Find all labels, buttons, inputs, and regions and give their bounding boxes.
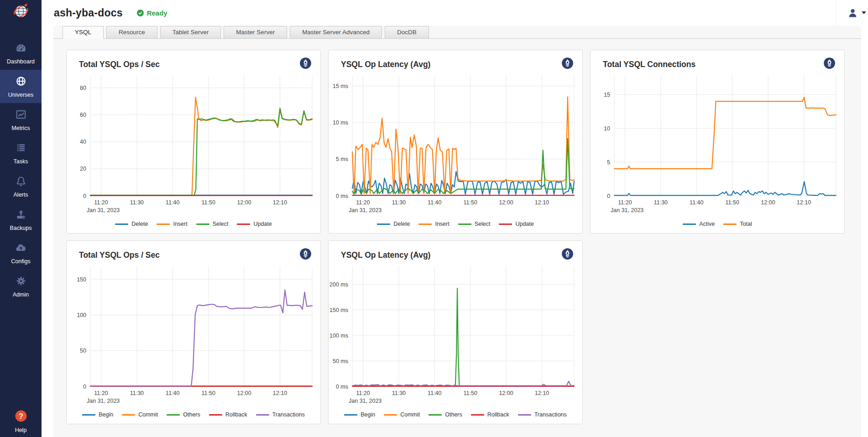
svg-text:11:30: 11:30: [130, 199, 144, 206]
legend-swatch: [115, 224, 128, 225]
sidebar-item-universes[interactable]: Universes: [0, 70, 42, 103]
legend-item-insert[interactable]: Insert: [418, 221, 449, 227]
legend-item-others[interactable]: Others: [167, 411, 200, 418]
legend-swatch: [723, 224, 737, 225]
plot-area[interactable]: 05010015011:2011:3011:4011:5012:0012:10J…: [67, 261, 320, 406]
prometheus-icon[interactable]: [561, 57, 574, 69]
sidebar-item-label: Tasks: [14, 158, 28, 165]
tab-tablet-server[interactable]: Tablet Server: [160, 26, 221, 39]
svg-text:11:30: 11:30: [130, 390, 144, 396]
svg-text:Jan 31, 2023: Jan 31, 2023: [349, 207, 382, 213]
sidebar-item-label: Backups: [10, 225, 32, 231]
svg-text:11:20: 11:20: [618, 199, 632, 206]
yugabyte-logo-icon: [10, 1, 31, 24]
legend-item-commit[interactable]: Commit: [384, 411, 420, 418]
question-circle-icon: ?: [14, 409, 28, 425]
chart-card: YSQL Op Latency (Avg) 0 ms5 ms10 ms15 ms…: [328, 50, 583, 234]
gauge-icon: [15, 42, 27, 56]
svg-text:100 ms: 100 ms: [329, 333, 348, 339]
legend-item-update[interactable]: Update: [237, 221, 272, 227]
legend-swatch: [237, 224, 250, 225]
svg-text:11:50: 11:50: [201, 390, 215, 396]
plot-area[interactable]: 0 ms50 ms100 ms150 ms200 ms11:2011:3011:…: [329, 261, 582, 406]
user-menu[interactable]: [836, 0, 866, 26]
sidebar-item-label: Dashboard: [7, 58, 35, 65]
sidebar-item-label: Metrics: [11, 125, 30, 131]
tab-docdb[interactable]: DocDB: [385, 26, 429, 39]
tab-master-server-advanced[interactable]: Master Server Advanced: [290, 26, 382, 39]
legend-item-delete[interactable]: Delete: [115, 221, 148, 227]
prometheus-icon[interactable]: [561, 248, 574, 260]
svg-text:5 ms: 5 ms: [336, 156, 348, 162]
legend-item-select[interactable]: Select: [458, 221, 491, 227]
legend-item-others[interactable]: Others: [429, 411, 462, 418]
upload-drive-icon: [15, 208, 27, 222]
yugabyte-logo[interactable]: [0, 0, 42, 25]
metrics-panel: YSQL Resource Tablet Server Master Serve…: [53, 26, 861, 437]
svg-text:11:50: 11:50: [725, 199, 739, 206]
legend-swatch: [518, 414, 531, 416]
plot-area[interactable]: 0 ms5 ms10 ms15 ms11:2011:3011:4011:5012…: [329, 70, 582, 216]
sidebar-item-alerts[interactable]: Alerts: [0, 170, 42, 203]
legend-swatch: [683, 224, 696, 225]
svg-text:12:00: 12:00: [761, 199, 775, 206]
svg-text:12:10: 12:10: [535, 390, 549, 396]
legend-swatch: [122, 414, 135, 416]
sidebar-item-metrics[interactable]: Metrics: [0, 103, 42, 136]
svg-text:100: 100: [77, 312, 86, 318]
chart-legend: BeginCommitOthersRollbackTransactions: [329, 411, 582, 424]
svg-text:50 ms: 50 ms: [333, 358, 348, 364]
user-icon: [847, 7, 858, 19]
header: ash-yba-docs Ready: [42, 0, 868, 26]
chart-card: Total YSQL Ops / Sec 02040608011:2011:30…: [66, 50, 321, 234]
svg-text:11:50: 11:50: [463, 390, 477, 396]
tab-master-server[interactable]: Master Server: [224, 26, 287, 39]
legend-item-transactions[interactable]: Transactions: [518, 411, 567, 418]
legend-item-begin[interactable]: Begin: [82, 411, 113, 418]
gear-icon: [15, 275, 27, 289]
svg-text:11:30: 11:30: [654, 199, 668, 206]
svg-text:60: 60: [80, 112, 86, 118]
plot-area[interactable]: 02040608011:2011:3011:4011:5012:0012:10J…: [67, 70, 320, 216]
legend-item-rollback[interactable]: Rollback: [209, 411, 247, 418]
legend-item-delete[interactable]: Delete: [377, 221, 410, 227]
legend-item-select[interactable]: Select: [196, 221, 229, 227]
sidebar-item-dashboard[interactable]: Dashboard: [0, 36, 42, 70]
prometheus-icon[interactable]: [823, 57, 836, 69]
legend-item-transactions[interactable]: Transactions: [256, 411, 305, 418]
tab-resource[interactable]: Resource: [106, 26, 157, 39]
chart-title: YSQL Op Latency (Avg): [341, 250, 582, 260]
legend-item-update[interactable]: Update: [499, 221, 533, 227]
legend-item-total[interactable]: Total: [723, 221, 752, 227]
svg-text:5: 5: [607, 159, 610, 166]
status-badge: Ready: [136, 9, 167, 17]
svg-text:11:30: 11:30: [392, 390, 406, 396]
prometheus-icon[interactable]: [299, 248, 312, 260]
prometheus-icon[interactable]: [299, 57, 312, 69]
sidebar-item-help[interactable]: ? Help: [0, 409, 42, 433]
legend-item-active[interactable]: Active: [683, 221, 715, 227]
sidebar-item-admin[interactable]: Admin: [0, 270, 42, 303]
legend-item-begin[interactable]: Begin: [344, 411, 375, 418]
legend-item-insert[interactable]: Insert: [157, 221, 187, 227]
sidebar-item-configs[interactable]: Configs: [0, 236, 42, 270]
plot-area[interactable]: 05101511:2011:3011:4011:5012:0012:10Jan …: [591, 70, 844, 216]
svg-text:0: 0: [607, 193, 610, 199]
svg-text:11:20: 11:20: [94, 390, 108, 396]
legend-swatch: [499, 224, 512, 225]
svg-text:11:40: 11:40: [690, 199, 703, 206]
svg-text:200 ms: 200 ms: [329, 281, 348, 288]
legend-item-rollback[interactable]: Rollback: [471, 411, 509, 418]
svg-text:50: 50: [80, 348, 86, 354]
svg-text:12:10: 12:10: [273, 390, 287, 396]
sidebar-item-backups[interactable]: Backups: [0, 203, 42, 236]
sidebar-item-tasks[interactable]: Tasks: [0, 136, 42, 170]
globe-icon: [15, 75, 27, 89]
svg-text:80: 80: [80, 85, 86, 91]
sidebar-item-label: Configs: [11, 258, 30, 265]
legend-item-commit[interactable]: Commit: [122, 411, 158, 418]
tab-ysql[interactable]: YSQL: [63, 26, 104, 39]
legend-swatch: [82, 414, 95, 416]
svg-text:12:00: 12:00: [499, 390, 513, 396]
svg-text:11:40: 11:40: [166, 390, 179, 396]
